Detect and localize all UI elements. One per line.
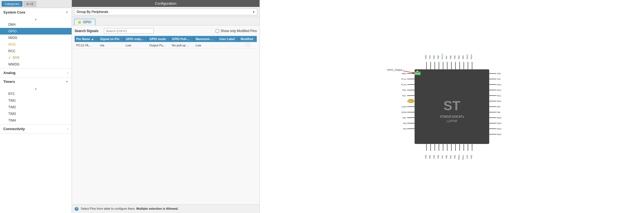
svg-text:PA10: PA10 — [497, 100, 501, 102]
sidebar-item-rtc[interactable]: RTC — [0, 91, 72, 97]
info-icon: ? — [75, 207, 78, 211]
col-user-label[interactable]: User Label — [218, 36, 239, 42]
sidebar-item-tim3[interactable]: TIM3 — [0, 111, 72, 117]
col-gpio-output[interactable]: GPIO outp... — [124, 36, 148, 42]
cell-pin-name: PC13-TA... — [75, 42, 98, 49]
section-analog-label: Analog — [3, 71, 15, 75]
show-modified-checkbox[interactable] — [216, 29, 219, 33]
sidebar-item-tim1[interactable]: TIM1 — [0, 97, 72, 104]
svg-text:PA1: PA1 — [403, 122, 407, 124]
sidebar-item-rcc[interactable]: RCC — [0, 48, 72, 54]
svg-text:VSS: VSS — [466, 155, 468, 159]
svg-text:PD1-: PD1- — [402, 95, 407, 97]
col-signal[interactable]: Signal on Pin — [98, 36, 124, 42]
svg-text:VDD: VDD — [425, 55, 427, 59]
svg-text:PA15: PA15 — [466, 54, 468, 59]
footer-bold-text: Multiple selection is Allowed. — [136, 207, 178, 210]
col-gpio-pull[interactable]: GPIO Pull-... — [170, 36, 194, 42]
timers-items: ▲ RTC TIM1 TIM2 TIM3 TIM4 — [0, 86, 72, 124]
show-modified-row: Show only Modified Pins — [216, 29, 257, 33]
config-panel: Configuration Group By Peripherals GPIO … — [72, 0, 260, 213]
svg-text:PB8: PB8 — [437, 55, 439, 59]
svg-text:NRST: NRST — [409, 100, 413, 102]
show-modified-label: Show only Modified Pins — [221, 29, 257, 33]
table-row[interactable]: PC13-TA... n/a Low Output Pu... No pull-… — [75, 42, 257, 49]
svg-text:PA4: PA4 — [429, 155, 431, 158]
pin-table: Pin Name ▲ Signal on Pin GPIO outp... GP… — [75, 36, 257, 49]
svg-text:PA9: PA9 — [497, 106, 500, 108]
section-analog-header[interactable]: Analog › — [0, 69, 72, 77]
col-maximum[interactable]: Maximum ... — [194, 36, 218, 42]
svg-text:VDDA: VDDA — [401, 111, 407, 113]
svg-text:PB11: PB11 — [462, 155, 464, 159]
svg-text:VSSA: VSSA — [401, 106, 407, 108]
scroll-up-btn[interactable]: ▲ — [0, 17, 72, 21]
sidebar-item-sys[interactable]: SYS — [0, 54, 72, 61]
right-pins: VDD VSS PA13 PA12 PA11 PA10 PA9 PA8 — [489, 73, 501, 135]
sidebar-item-tim4[interactable]: TIM4 — [0, 117, 72, 124]
svg-text:PA2: PA2 — [403, 128, 407, 130]
section-connectivity: Connectivity › — [0, 125, 72, 133]
sidebar-item-gpio[interactable]: GPIO — [0, 28, 72, 35]
pc13-label: PC13 — [415, 73, 420, 75]
svg-text:PA0-: PA0- — [402, 117, 407, 119]
gpio-tab[interactable]: GPIO — [74, 19, 95, 25]
col-pin-name[interactable]: Pin Name ▲ — [75, 36, 98, 42]
chip-wrapper: VDD VSS PB9 PB8 BOOT PB7 PB6 PB5 PB4 PB3… — [386, 40, 518, 173]
timers-scroll-up-btn[interactable]: ▲ — [0, 86, 72, 91]
search-row: Search Signals Show only Modified Pins — [75, 28, 257, 34]
section-analog: Analog › — [0, 69, 72, 77]
chip-model: STM32F103C8Tx — [440, 115, 464, 118]
sidebar-item-dma[interactable]: DMA — [0, 21, 72, 28]
col-modified[interactable]: Modified — [239, 36, 257, 42]
config-toolbar: Group By Peripherals — [72, 7, 260, 17]
svg-text:PA6: PA6 — [437, 155, 439, 158]
svg-text:PA8: PA8 — [497, 111, 500, 113]
section-connectivity-header[interactable]: Connectivity › — [0, 125, 72, 133]
svg-text:PC14-: PC14- — [401, 78, 407, 80]
cell-gpio-pull: No pull-up ... — [170, 42, 194, 49]
gpio-dot-icon — [78, 21, 81, 24]
svg-text:PD0-: PD0- — [402, 89, 407, 91]
cell-gpio-mode: Output Pu... — [148, 42, 170, 49]
sidebar-item-tim2[interactable]: TIM2 — [0, 104, 72, 111]
cell-signal: n/a — [98, 42, 124, 49]
chip-area: VDD VSS PB9 PB8 BOOT PB7 PB6 PB5 PB4 PB3… — [260, 0, 644, 213]
svg-text:VDD: VDD — [497, 73, 501, 75]
chevron-right-icon: › — [67, 71, 68, 74]
gpio-output-arrow-label: GPIO_Output — [387, 69, 402, 71]
svg-text:PA14: PA14 — [470, 54, 472, 59]
svg-text:PA3: PA3 — [425, 155, 427, 158]
config-body: Search Signals Show only Modified Pins P… — [72, 25, 260, 204]
section-system-core-label: System Core — [3, 10, 25, 14]
cell-gpio-output: Low — [124, 42, 148, 49]
section-system-core-header[interactable]: System Core ▼ — [0, 8, 72, 17]
svg-text:PB12: PB12 — [497, 133, 501, 135]
tab-categories[interactable]: Categories — [2, 1, 22, 7]
system-core-items: ▲ DMA GPIO IWDG NVIC RCC SYS WWDG — [0, 17, 72, 68]
svg-text:PB0: PB0 — [446, 155, 447, 158]
sidebar-item-nvic[interactable]: NVIC — [0, 41, 72, 48]
gpio-tab-label: GPIO — [83, 20, 91, 24]
modified-checkbox[interactable] — [246, 43, 250, 47]
search-signals-label: Search Signals — [75, 29, 98, 33]
svg-text:VSS: VSS — [497, 78, 501, 80]
tab-az[interactable]: A->Z — [23, 1, 36, 7]
search-input[interactable] — [104, 28, 154, 34]
config-header: Configuration — [72, 0, 260, 7]
sidebar-item-iwdg[interactable]: IWDG — [0, 35, 72, 41]
svg-text:PA5: PA5 — [433, 155, 435, 158]
bottom-pins: PA3 PA4 PA5 PA6 PA7 PB0 PB1 PB2 PB10 PB1… — [425, 144, 472, 160]
col-gpio-mode[interactable]: GPIO mode — [148, 36, 170, 42]
section-timers-header[interactable]: Timers ▼ — [0, 77, 72, 86]
config-title: Configuration — [155, 1, 176, 6]
section-timers: Timers ▼ ▲ RTC TIM1 TIM2 TIM3 TIM4 — [0, 77, 72, 125]
group-by-select[interactable]: Group By Peripherals — [74, 9, 257, 15]
config-footer: ? Select Pins from table to configure th… — [72, 204, 260, 213]
chevron-down-icon: ▼ — [66, 11, 68, 14]
sidebar-item-wwdg[interactable]: WWDG — [0, 61, 72, 68]
sidebar: Categories A->Z System Core ▼ ▲ DMA GPIO… — [0, 0, 72, 213]
svg-text:VBAT: VBAT — [402, 73, 407, 75]
content-area: Configuration Group By Peripherals GPIO … — [72, 0, 644, 213]
svg-text:PC15-: PC15- — [401, 84, 407, 86]
